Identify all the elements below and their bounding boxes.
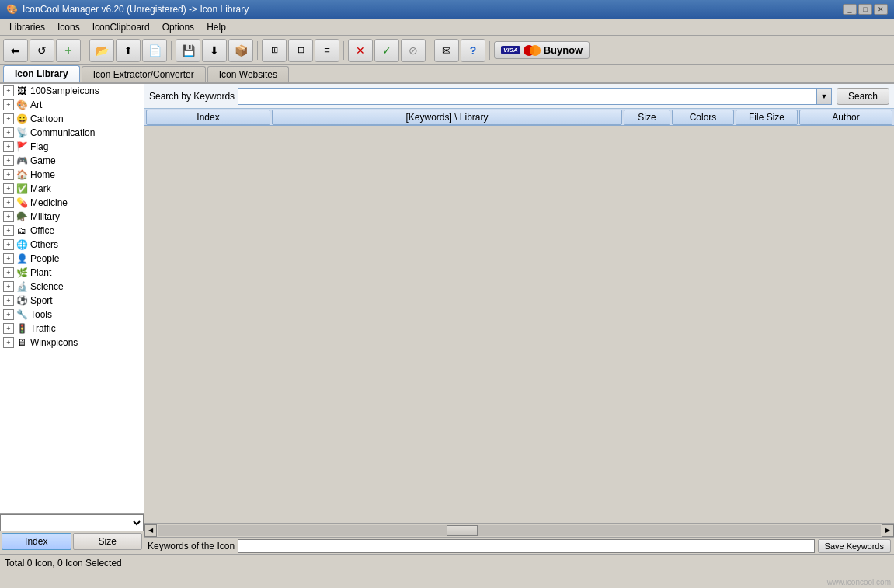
search-dropdown-button[interactable]: ▼ (816, 88, 832, 105)
size-bottom-button[interactable]: Size (73, 533, 143, 550)
tree-item-game[interactable]: +🎮Game (0, 154, 144, 168)
scroll-thumb[interactable] (447, 525, 478, 536)
list-button[interactable]: ≡ (315, 39, 339, 62)
tree-expand-tools[interactable]: + (3, 309, 14, 320)
tree-icon-art: 🎨 (16, 99, 28, 111)
search-bar: Search by Keywords ▼ Search (144, 84, 894, 109)
tree-expand-mark[interactable]: + (3, 183, 14, 194)
col-header-filesize[interactable]: File Size (736, 110, 798, 125)
menu-help[interactable]: Help (200, 20, 232, 34)
tree-expand-people[interactable]: + (3, 253, 14, 264)
tree-expand-flag[interactable]: + (3, 141, 14, 152)
tree-item-home[interactable]: +🏠Home (0, 168, 144, 182)
tree-item-sport[interactable]: +⚽Sport (0, 294, 144, 308)
tree-expand-sport[interactable]: + (3, 295, 14, 306)
tree-expand-medicine[interactable]: + (3, 197, 14, 208)
help-button[interactable]: ? (461, 39, 485, 62)
left-panel: +🖼100Sampleicons+🎨Art+😀Cartoon+📡Communic… (0, 84, 144, 554)
toolbar-separator-5 (430, 41, 430, 60)
tree-item-office[interactable]: +🗂Office (0, 224, 144, 238)
tree-icon-flag: 🚩 (16, 141, 28, 153)
scroll-track[interactable] (158, 525, 881, 536)
left-panel-dropdown[interactable] (0, 514, 144, 531)
extract-button[interactable]: ⬆ (116, 39, 141, 62)
menu-options[interactable]: Options (156, 20, 200, 34)
tree-expand-art[interactable]: + (3, 99, 14, 110)
col-header-library[interactable]: [Keywords] \ Library (272, 110, 622, 125)
tree-item-plant[interactable]: +🌿Plant (0, 266, 144, 280)
tree-item-mark[interactable]: +✅Mark (0, 182, 144, 196)
delete-button[interactable]: ✕ (348, 39, 373, 62)
tree-label-flag: Flag (30, 141, 48, 152)
tree-item-others[interactable]: +🌐Others (0, 238, 144, 252)
tab-icon-websites[interactable]: Icon Websites (207, 66, 289, 82)
tree-item-medicine[interactable]: +💊Medicine (0, 196, 144, 210)
tree-expand-science[interactable]: + (3, 281, 14, 292)
col-header-colors[interactable]: Colors (672, 110, 734, 125)
tree-item-people[interactable]: +👤People (0, 252, 144, 266)
menu-icons[interactable]: Icons (51, 20, 86, 34)
menu-libraries[interactable]: Libraries (3, 20, 51, 34)
tree-item-science[interactable]: +🔬Science (0, 280, 144, 294)
watermark: www.iconcool.com (827, 578, 891, 586)
tree-item-communication[interactable]: +📡Communication (0, 126, 144, 140)
grid-small-button[interactable]: ⊞ (262, 39, 287, 62)
tree-item-flag[interactable]: +🚩Flag (0, 140, 144, 154)
tree-expand-others[interactable]: + (3, 239, 14, 250)
tree-item-art[interactable]: +🎨Art (0, 98, 144, 112)
tree-item-tools[interactable]: +🔧Tools (0, 308, 144, 322)
scroll-right-arrow[interactable]: ▶ (882, 524, 894, 537)
grid-large-button[interactable]: ⊟ (288, 39, 313, 62)
tree-expand-game[interactable]: + (3, 155, 14, 166)
close-button[interactable]: ✕ (874, 4, 888, 15)
tree-label-cartoon: Cartoon (30, 113, 64, 124)
save-keywords-button[interactable]: Save Keywords (818, 539, 891, 553)
buynow-button[interactable]: VISA Buynow (494, 41, 590, 59)
menu-iconclipboard[interactable]: IconClipboard (86, 20, 156, 34)
save-button[interactable]: 💾 (176, 39, 200, 62)
refresh-button[interactable]: ↺ (30, 39, 54, 62)
tree-item-military[interactable]: +🪖Military (0, 210, 144, 224)
tree-expand-traffic[interactable]: + (3, 323, 14, 334)
import-button[interactable]: ⬇ (202, 39, 227, 62)
add-library-button[interactable]: + (56, 39, 81, 62)
tree-icon-100sampleicons: 🖼 (16, 85, 28, 97)
maximize-button[interactable]: □ (858, 4, 872, 15)
horizontal-scrollbar[interactable]: ◀ ▶ (144, 523, 894, 537)
tree-expand-winxpicons[interactable]: + (3, 337, 14, 348)
tree-expand-office[interactable]: + (3, 225, 14, 236)
scroll-left-arrow[interactable]: ◀ (144, 524, 157, 537)
back-button[interactable]: ⬅ (3, 39, 28, 62)
window-title: IconCool Manager v6.20 (Unregistered) ->… (23, 4, 249, 15)
tree-expand-home[interactable]: + (3, 169, 14, 180)
search-input[interactable] (238, 88, 816, 105)
tree-expand-military[interactable]: + (3, 211, 14, 222)
title-bar-controls: _ □ ✕ (843, 4, 888, 15)
col-header-index[interactable]: Index (146, 110, 270, 125)
tabs-bar: Icon Library Icon Extractor/Converter Ic… (0, 65, 894, 84)
tree-expand-communication[interactable]: + (3, 127, 14, 138)
copy-button[interactable]: 📄 (142, 39, 167, 62)
tree-icon-cartoon: 😀 (16, 113, 28, 125)
tree-expand-cartoon[interactable]: + (3, 113, 14, 124)
tree-item-cartoon[interactable]: +😀Cartoon (0, 112, 144, 126)
keywords-input[interactable] (238, 539, 815, 553)
check-button[interactable]: ✓ (374, 39, 399, 62)
tab-icon-extractor[interactable]: Icon Extractor/Converter (82, 66, 206, 82)
tree-item-traffic[interactable]: +🚦Traffic (0, 322, 144, 336)
export-button[interactable]: 📦 (228, 39, 253, 62)
tab-icon-library[interactable]: Icon Library (3, 65, 80, 82)
tree-item-100sampleicons[interactable]: +🖼100Sampleicons (0, 84, 144, 98)
open-folder-button[interactable]: 📂 (89, 39, 114, 62)
email-button[interactable]: ✉ (434, 39, 459, 62)
col-header-size[interactable]: Size (624, 110, 670, 125)
tree-expand-100sampleicons[interactable]: + (3, 85, 14, 96)
tree-item-winxpicons[interactable]: +🖥Winxpicons (0, 336, 144, 350)
search-button[interactable]: Search (837, 88, 889, 105)
cancel-button[interactable]: ⊘ (401, 39, 426, 62)
tree-container[interactable]: +🖼100Sampleicons+🎨Art+😀Cartoon+📡Communic… (0, 84, 144, 513)
col-header-author[interactable]: Author (799, 110, 892, 125)
minimize-button[interactable]: _ (843, 4, 857, 15)
tree-expand-plant[interactable]: + (3, 267, 14, 278)
index-bottom-button[interactable]: Index (2, 533, 71, 550)
